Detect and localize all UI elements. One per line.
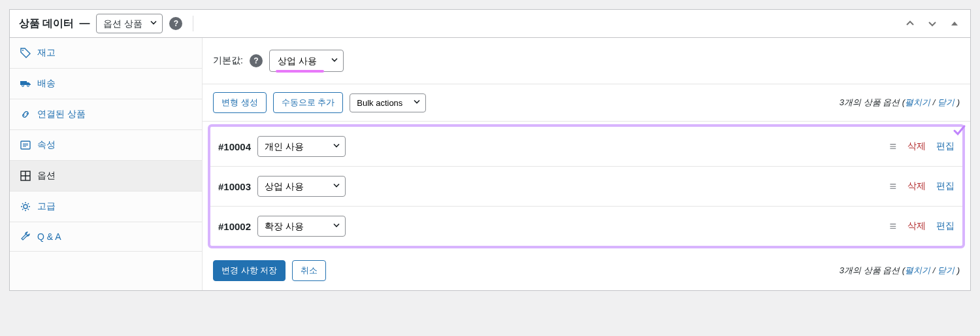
drag-handle-icon[interactable]: ≡ (889, 141, 897, 152)
count-sep: / (930, 265, 938, 275)
variations-panel: 기본값: ? 상업 사용 변형 생성 수동으로 추가 (203, 38, 970, 290)
variation-id: #10003 (218, 181, 251, 192)
variation-row[interactable]: #10003 상업 사용 ≡ 삭제 편집 (210, 167, 962, 207)
variation-attribute-select[interactable]: 확장 사용 (257, 216, 346, 237)
add-manually-button[interactable]: 수동으로 추가 (273, 92, 344, 113)
panel-header: 상품 데이터 — 옵션 상품 ? (10, 10, 970, 38)
tag-icon (20, 48, 31, 58)
default-form-select[interactable]: 상업 사용 (269, 50, 344, 72)
tab-label: 속성 (37, 139, 56, 151)
variations-toolbar-bottom: 변경 사항 저장 취소 3개의 상품 옵션 (펼치기 / 닫기 ) (203, 251, 970, 290)
tab-inventory-link[interactable]: 재고 (10, 38, 202, 68)
move-up-button[interactable] (902, 16, 918, 31)
default-form-row: 기본값: ? 상업 사용 (203, 38, 970, 84)
remove-variation-link[interactable]: 삭제 (907, 180, 926, 192)
panel-title: 상품 데이터 — (19, 17, 90, 31)
tab-variations: 옵션 (10, 161, 202, 192)
tab-advanced: 고급 (10, 192, 202, 222)
move-down-button[interactable] (924, 16, 940, 31)
variation-attribute-select[interactable]: 개인 사용 (257, 136, 346, 157)
svg-point-0 (22, 50, 24, 51)
help-icon[interactable]: ? (169, 17, 182, 30)
tab-shipping-link[interactable]: 배송 (10, 69, 202, 99)
variations-toolbar-top: 변형 생성 수동으로 추가 Bulk actions 3개의 상품 옵션 (펼치… (203, 84, 970, 122)
tab-attributes: 속성 (10, 130, 202, 161)
variation-id: #10002 (218, 221, 251, 232)
panel-title-text: 상품 데이터 (19, 17, 74, 31)
expand-all-link[interactable]: 펼치기 (905, 265, 930, 275)
bulk-actions-wrap: Bulk actions (350, 93, 426, 112)
default-form-label: 기본값: (213, 55, 243, 67)
svg-point-3 (27, 85, 29, 87)
product-type-select-wrap: 옵션 상품 (96, 14, 163, 33)
link-icon (20, 109, 31, 120)
tab-label: 연결된 상품 (37, 109, 86, 120)
tab-label: 고급 (37, 201, 56, 212)
bulk-actions-select[interactable]: Bulk actions (350, 93, 426, 112)
tab-inventory: 재고 (10, 38, 202, 69)
tab-shipping: 배송 (10, 69, 202, 99)
collapse-all-link[interactable]: 닫기 (938, 265, 955, 275)
help-icon[interactable]: ? (250, 54, 263, 67)
tab-label: 재고 (37, 47, 56, 59)
tab-attributes-link[interactable]: 속성 (10, 130, 202, 160)
drag-handle-icon[interactable]: ≡ (889, 220, 897, 232)
product-type-select[interactable]: 옵션 상품 (96, 14, 163, 33)
svg-point-6 (24, 205, 27, 209)
variation-row[interactable]: #10004 개인 사용 ≡ 삭제 편집 (210, 127, 962, 167)
count-sep: / (930, 97, 938, 107)
generate-variations-button[interactable]: 변형 생성 (213, 92, 267, 113)
collapse-all-link[interactable]: 닫기 (938, 97, 955, 107)
count-suffix: ) (955, 97, 960, 107)
tab-linked: 연결된 상품 (10, 99, 202, 130)
panel-body: 재고 배송 연결된 상품 (10, 38, 970, 290)
grid-icon (20, 171, 31, 181)
drag-handle-icon[interactable]: ≡ (889, 180, 897, 192)
gear-icon (20, 201, 31, 212)
separator (193, 16, 193, 31)
variation-actions: ≡ 삭제 편집 (889, 141, 955, 152)
variation-attribute-select[interactable]: 상업 사용 (257, 176, 346, 197)
tab-qa-link[interactable]: Q & A (10, 222, 202, 251)
wrench-icon (20, 231, 31, 242)
tab-label: 옵션 (37, 170, 56, 182)
check-icon (952, 123, 966, 137)
count-suffix: ) (955, 265, 960, 275)
list-icon (20, 140, 31, 150)
default-form-select-wrap: 상업 사용 (269, 50, 344, 72)
variation-actions: ≡ 삭제 편집 (889, 180, 955, 192)
save-changes-button[interactable]: 변경 사항 저장 (213, 260, 286, 281)
panel-title-dash: — (79, 18, 90, 29)
variation-id: #10004 (218, 141, 251, 152)
edit-variation-link[interactable]: 편집 (936, 220, 955, 232)
variations-count-bottom: 3개의 상품 옵션 (펼치기 / 닫기 ) (840, 265, 960, 277)
toggle-panel-button[interactable] (947, 16, 962, 31)
cancel-button[interactable]: 취소 (292, 260, 326, 281)
edit-variation-link[interactable]: 편집 (936, 141, 955, 152)
edit-variation-link[interactable]: 편집 (936, 180, 955, 192)
variation-actions: ≡ 삭제 편집 (889, 220, 955, 232)
tab-advanced-link[interactable]: 고급 (10, 192, 202, 222)
count-prefix: 3개의 상품 옵션 ( (840, 97, 905, 107)
tab-label: Q & A (37, 231, 61, 242)
tab-qa: Q & A (10, 222, 202, 252)
remove-variation-link[interactable]: 삭제 (907, 141, 926, 152)
product-data-panel: 상품 데이터 — 옵션 상품 ? (9, 9, 971, 291)
remove-variation-link[interactable]: 삭제 (907, 220, 926, 232)
tab-variations-link[interactable]: 옵션 (10, 161, 202, 191)
truck-icon (20, 78, 31, 89)
expand-all-link[interactable]: 펼치기 (905, 97, 930, 107)
count-prefix: 3개의 상품 옵션 ( (840, 265, 905, 275)
product-data-tabs: 재고 배송 연결된 상품 (10, 38, 203, 290)
variations-count-top: 3개의 상품 옵션 (펼치기 / 닫기 ) (840, 97, 960, 109)
tab-label: 배송 (37, 78, 56, 90)
svg-rect-1 (20, 81, 27, 85)
svg-point-2 (22, 85, 24, 87)
variations-highlight-box: #10004 개인 사용 ≡ 삭제 편집 (208, 124, 965, 248)
variation-row[interactable]: #10002 확장 사용 ≡ 삭제 편집 (210, 207, 962, 246)
tab-linked-link[interactable]: 연결된 상품 (10, 99, 202, 129)
highlight-underline (276, 70, 324, 73)
